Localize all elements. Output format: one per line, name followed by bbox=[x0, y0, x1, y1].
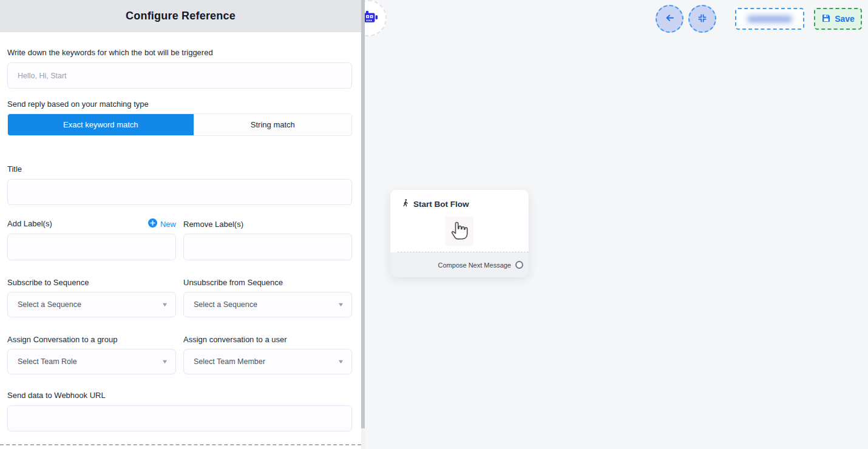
assign-group-label: Assign Conversation to a group bbox=[7, 335, 117, 344]
sequence-labels-row: Subscribe to Sequence Unsubscribe from S… bbox=[7, 277, 352, 288]
unsubscribe-sequence-select[interactable]: Select a Sequence ▼ bbox=[183, 292, 352, 317]
labels-header-row: Add Label(s) New Remove Label(s) bbox=[7, 218, 352, 229]
save-button-label: Save bbox=[835, 14, 855, 24]
webhook-input[interactable] bbox=[7, 405, 352, 431]
remove-labels-input[interactable] bbox=[183, 234, 352, 260]
tab-string-match[interactable]: String match bbox=[194, 114, 351, 135]
team-member-select[interactable]: Select Team Member ▼ bbox=[183, 349, 352, 374]
title-label: Title bbox=[7, 164, 352, 174]
robot-icon bbox=[365, 8, 379, 28]
new-label-button-label: New bbox=[160, 220, 176, 229]
assign-selects-row: Select Team Role ▼ Select Team Member ▼ bbox=[7, 345, 352, 374]
panel-scrollbar[interactable] bbox=[361, 0, 365, 449]
subscribe-sequence-label: Subscribe to Sequence bbox=[7, 278, 89, 287]
team-member-value: Select Team Member bbox=[194, 357, 265, 366]
flow-canvas[interactable]: Save Start Bot Flow bbox=[365, 0, 868, 449]
unsubscribe-sequence-label: Unsubscribe from Sequence bbox=[183, 278, 283, 287]
sequence-selects-row: Select a Sequence ▼ Select a Sequence ▼ bbox=[7, 288, 352, 317]
save-button[interactable]: Save bbox=[814, 8, 862, 30]
next-message-port[interactable] bbox=[515, 261, 523, 269]
panel-bottom-divider bbox=[0, 444, 361, 445]
start-node-header: Start Bot Flow bbox=[390, 190, 529, 211]
panel-header: Configure Reference bbox=[0, 0, 361, 32]
assign-user-label: Assign conversation to a user bbox=[183, 335, 287, 344]
matching-type-tabs: Exact keyword match String match bbox=[7, 113, 352, 136]
panel-body: Write down the keywords for which the bo… bbox=[0, 48, 361, 431]
node-drag-area bbox=[446, 217, 473, 246]
walking-person-icon bbox=[401, 198, 410, 211]
compress-arrows-icon bbox=[697, 13, 707, 25]
back-button[interactable] bbox=[656, 5, 683, 33]
team-role-select[interactable]: Select Team Role ▼ bbox=[7, 349, 176, 374]
configure-panel: Configure Reference Write down the keywo… bbox=[0, 0, 361, 449]
panel-scrollbar-thumb[interactable] bbox=[361, 0, 365, 428]
caret-down-icon: ▼ bbox=[161, 359, 169, 365]
caret-down-icon: ▼ bbox=[337, 302, 345, 308]
hand-cursor-icon bbox=[449, 218, 470, 244]
plus-circle-icon bbox=[148, 218, 157, 229]
caret-down-icon: ▼ bbox=[161, 302, 169, 308]
blurred-text bbox=[747, 16, 792, 22]
add-labels-input[interactable] bbox=[7, 234, 176, 260]
keywords-label: Write down the keywords for which the bo… bbox=[7, 48, 352, 58]
subscribe-sequence-select[interactable]: Select a Sequence ▼ bbox=[7, 292, 176, 317]
page-title: Configure Reference bbox=[126, 10, 236, 22]
new-label-button[interactable]: New bbox=[148, 218, 176, 229]
start-node-title: Start Bot Flow bbox=[413, 199, 469, 210]
compose-next-message-label: Compose Next Message bbox=[438, 262, 511, 269]
start-bot-flow-node[interactable]: Start Bot Flow Compose Next Message bbox=[390, 190, 529, 276]
bot-name-button-blurred[interactable] bbox=[735, 8, 804, 30]
team-role-value: Select Team Role bbox=[18, 357, 77, 366]
subscribe-sequence-value: Select a Sequence bbox=[18, 300, 81, 309]
matching-type-label: Send reply based on your matching type bbox=[7, 100, 352, 109]
assign-labels-row: Assign Conversation to a group Assign co… bbox=[7, 334, 352, 345]
unsubscribe-sequence-value: Select a Sequence bbox=[194, 300, 257, 309]
arrow-left-icon bbox=[664, 12, 676, 25]
add-labels-label: Add Label(s) bbox=[7, 219, 52, 229]
start-node-footer: Compose Next Message bbox=[390, 252, 529, 277]
labels-inputs-row bbox=[7, 229, 352, 260]
tab-exact-keyword-match[interactable]: Exact keyword match bbox=[8, 114, 194, 135]
webhook-label: Send data to Webhook URL bbox=[7, 391, 352, 400]
bot-trigger-badge[interactable] bbox=[365, 0, 387, 36]
keywords-input[interactable] bbox=[7, 62, 352, 89]
floppy-disk-icon bbox=[821, 13, 831, 25]
caret-down-icon: ▼ bbox=[337, 359, 345, 365]
fit-view-button[interactable] bbox=[688, 5, 716, 33]
remove-labels-label: Remove Label(s) bbox=[183, 220, 243, 229]
title-input[interactable] bbox=[7, 179, 352, 205]
